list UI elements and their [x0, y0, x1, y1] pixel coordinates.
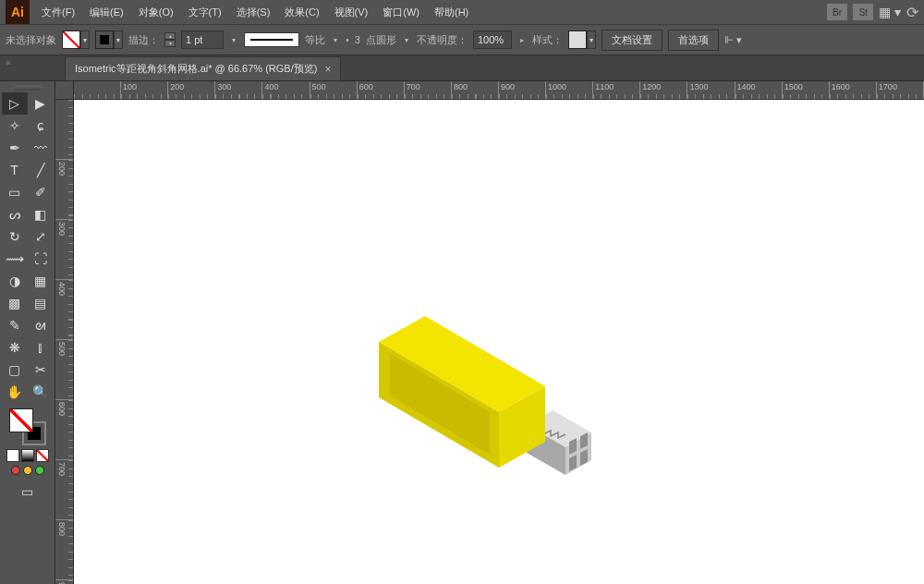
ruler-v-tick: 200: [55, 160, 73, 220]
sync-icon[interactable]: ⟳: [906, 4, 918, 21]
screen-mode-dots: [11, 466, 44, 475]
graphic-style-swatch[interactable]: ▾: [568, 30, 596, 49]
stroke-profile-label: 等比: [305, 33, 325, 47]
selection-tool[interactable]: ▷: [2, 92, 28, 115]
ruler-v-tick: 300: [55, 220, 73, 280]
ruler-h-tick: 400: [262, 81, 310, 99]
tab-strip-grip: «: [6, 57, 11, 67]
menu-bar: Ai 文件(F) 编辑(E) 对象(O) 文字(T) 选择(S) 效果(C) 视…: [0, 0, 924, 24]
menu-file[interactable]: 文件(F): [35, 2, 81, 23]
curvature-tool[interactable]: 〰: [28, 137, 54, 159]
ruler-h-tick: 1200: [640, 81, 687, 99]
options-bar: 未选择对象 ▾ ▾ 描边： ▴▾ 1 pt ▾ 等比 ▾ • 3 点圆形 ▾ 不…: [0, 24, 924, 55]
ruler-h-tick: 1600: [830, 81, 877, 99]
screen-mode-button[interactable]: ▭: [15, 481, 41, 503]
rotate-tool[interactable]: ↻: [2, 225, 28, 248]
gradient-tool[interactable]: ▤: [28, 292, 54, 314]
ruler-h-tick: 200: [168, 81, 215, 99]
stroke-weight-field[interactable]: 1 pt: [181, 30, 224, 49]
bridge-icon[interactable]: Br: [827, 4, 847, 20]
ruler-h-tick: 1100: [593, 81, 640, 99]
ruler-origin[interactable]: [55, 81, 74, 100]
menu-view[interactable]: 视图(V): [328, 2, 375, 23]
eraser-tool[interactable]: ◧: [28, 203, 54, 225]
menu-select[interactable]: 选择(S): [230, 2, 277, 23]
document-tab-title: Isometric等距视角斜角网格.ai* @ 66.67% (RGB/预览): [75, 62, 317, 76]
width-tool[interactable]: ⟿: [2, 248, 28, 270]
stroke-weight-spinner[interactable]: ▴▾: [164, 32, 176, 47]
brush-size: 3: [355, 34, 360, 45]
perspective-tool[interactable]: ▦: [28, 270, 54, 292]
slice-tool[interactable]: ✂: [28, 359, 54, 381]
document-setup-button[interactable]: 文档设置: [602, 30, 663, 51]
lasso-tool[interactable]: ɕ: [28, 115, 54, 137]
line-tool[interactable]: ╱: [28, 159, 54, 181]
menu-help[interactable]: 帮助(H): [428, 2, 475, 23]
symbol-sprayer-tool[interactable]: ❋: [2, 336, 28, 359]
mesh-tool[interactable]: ▩: [2, 292, 28, 314]
style-label: 样式：: [532, 33, 563, 47]
scale-tool[interactable]: ⤢: [28, 225, 54, 248]
document-tabs: « Isometric等距视角斜角网格.ai* @ 66.67% (RGB/预览…: [0, 55, 924, 81]
magic-wand-tool[interactable]: ✧: [2, 115, 28, 137]
stroke-swatch[interactable]: ▾: [95, 30, 123, 49]
color-mode-none[interactable]: [36, 449, 49, 462]
draw-mode-row: [6, 449, 49, 462]
menu-object[interactable]: 对象(O): [132, 2, 180, 23]
column-graph-tool[interactable]: ⫿: [28, 336, 54, 359]
close-tab-icon[interactable]: ×: [324, 63, 331, 76]
align-icon[interactable]: ⊩ ▾: [724, 34, 742, 46]
hand-tool[interactable]: ✋: [2, 381, 28, 403]
menu-window[interactable]: 窗口(W): [376, 2, 426, 23]
stroke-profile-preview[interactable]: [244, 32, 299, 47]
menu-effect[interactable]: 效果(C): [278, 2, 325, 23]
vertical-ruler[interactable]: 2003004005006007008009001000: [55, 100, 74, 584]
ruler-h-tick: 100: [121, 81, 168, 99]
free-transform-tool[interactable]: ⛶: [28, 248, 54, 270]
selection-status: 未选择对象: [6, 33, 56, 47]
toolbar-grip[interactable]: [15, 85, 41, 91]
shaper-tool[interactable]: ᔕ: [2, 203, 28, 225]
fill-stroke-indicator[interactable]: [9, 408, 46, 445]
toolbar: ▷▶✧ɕ✒〰T╱▭✐ᔕ◧↻⤢⟿⛶◑▦▩▤✎ᘛ❋⫿▢✂✋🔍 ▭: [0, 81, 55, 584]
preferences-button[interactable]: 首选项: [668, 30, 719, 51]
stock-icon[interactable]: St: [853, 4, 873, 20]
opacity-label: 不透明度：: [417, 33, 468, 47]
work-area: 1002003004005006007008009001000110012001…: [55, 81, 924, 584]
shape-builder-tool[interactable]: ◑: [2, 270, 28, 292]
paintbrush-tool[interactable]: ✐: [28, 181, 54, 203]
type-tool[interactable]: T: [2, 159, 28, 181]
zoom-tool[interactable]: 🔍: [28, 381, 54, 403]
brush-shape: 点圆形: [366, 33, 396, 47]
ruler-h-tick: [74, 81, 121, 99]
eyedropper-tool[interactable]: ✎: [2, 314, 28, 336]
stroke-weight-dropdown[interactable]: ▾: [229, 36, 238, 44]
ruler-h-tick: 1400: [736, 81, 783, 99]
dot-green[interactable]: [35, 466, 44, 475]
fill-swatch[interactable]: ▾: [62, 30, 90, 49]
stroke-label: 描边：: [128, 33, 159, 47]
pen-tool[interactable]: ✒: [2, 137, 28, 159]
main-area: ▷▶✧ɕ✒〰T╱▭✐ᔕ◧↻⤢⟿⛶◑▦▩▤✎ᘛ❋⫿▢✂✋🔍 ▭ 100200300…: [0, 81, 924, 584]
canvas[interactable]: [74, 100, 924, 584]
ruler-h-tick: 1700: [877, 81, 924, 99]
dot-red[interactable]: [11, 466, 20, 475]
dot-yellow[interactable]: [23, 466, 32, 475]
ruler-h-tick: 300: [215, 81, 262, 99]
direct-selection-tool[interactable]: ▶: [28, 92, 54, 115]
brush-dropdown[interactable]: ▾: [402, 36, 411, 44]
ruler-h-tick: 700: [405, 81, 452, 99]
menu-type[interactable]: 文字(T): [182, 2, 228, 23]
horizontal-ruler[interactable]: 1002003004005006007008009001000110012001…: [74, 81, 924, 100]
menu-edit[interactable]: 编辑(E): [83, 2, 130, 23]
arrange-documents-icon[interactable]: ▦ ▾: [879, 5, 901, 19]
opacity-dropdown[interactable]: ▸: [517, 36, 527, 44]
document-tab[interactable]: Isometric等距视角斜角网格.ai* @ 66.67% (RGB/预览) …: [65, 56, 341, 80]
artboard-tool[interactable]: ▢: [2, 359, 28, 381]
rectangle-tool[interactable]: ▭: [2, 181, 28, 203]
color-mode-solid[interactable]: [6, 449, 19, 462]
color-mode-gradient[interactable]: [21, 449, 34, 462]
blend-tool[interactable]: ᘛ: [28, 314, 54, 336]
opacity-field[interactable]: 100%: [473, 30, 512, 49]
stroke-profile-dropdown[interactable]: ▾: [331, 36, 340, 44]
